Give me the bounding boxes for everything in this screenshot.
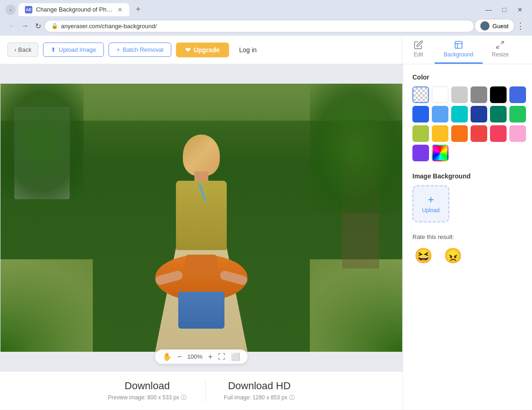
tab-background-label: Background	[444, 51, 473, 58]
background-icon	[454, 40, 463, 49]
color-swatch-orange[interactable]	[451, 125, 468, 142]
browser-tab[interactable]: AE Change Background of Phot… ✕	[18, 3, 129, 16]
emoji-angry-button[interactable]: 😠	[442, 245, 464, 266]
upload-label: Upload Image	[59, 46, 96, 53]
color-swatch-gradient[interactable]	[432, 145, 448, 161]
canvas-container[interactable]: ✋ − 100% + ⛶ ⬜	[0, 64, 403, 371]
window-maximize-button[interactable]: □	[498, 3, 511, 16]
window-minimize-button[interactable]: —	[482, 3, 495, 16]
heart-icon: ❤	[185, 46, 191, 54]
split-view-button[interactable]: ⬜	[231, 352, 240, 361]
edit-icon	[414, 40, 423, 49]
zoom-level: 100%	[187, 353, 202, 360]
address-url: anyeraser.com/change-background/	[61, 23, 467, 30]
color-swatch-lightgray[interactable]	[451, 86, 468, 103]
download-title: Download	[125, 380, 170, 392]
tab-prev-button[interactable]: ‹	[6, 5, 16, 15]
download-hd-sub: Full image: 1280 x 853 px ⓘ	[224, 394, 295, 402]
right-panel: Color	[403, 64, 532, 410]
download-section: Download Preview image: 800 x 533 px ⓘ D…	[0, 371, 403, 410]
color-grid	[412, 86, 523, 161]
guest-avatar-icon: 👤	[480, 21, 490, 31]
nav-back-button[interactable]: ←	[6, 19, 18, 32]
color-swatch-skyblue[interactable]	[432, 106, 448, 122]
address-lock-icon: 🔒	[51, 23, 58, 29]
color-swatch-purple[interactable]	[412, 145, 429, 161]
color-section: Color	[412, 73, 523, 161]
color-swatch-yellow[interactable]	[432, 125, 448, 142]
upload-bg-label: Upload	[422, 207, 440, 214]
back-button[interactable]: ‹ Back	[7, 43, 38, 57]
address-bar[interactable]: 🔒 anyeraser.com/change-background/	[44, 20, 474, 32]
download-sub: Preview image: 800 x 533 px ⓘ	[108, 394, 187, 402]
color-section-label: Color	[412, 73, 523, 81]
tab-favicon: AE	[25, 6, 32, 13]
upload-image-button[interactable]: ⬆ Upload Image	[43, 43, 104, 57]
color-swatch-darkblue[interactable]	[471, 106, 487, 122]
tab-edit-label: Edit	[414, 51, 423, 58]
download-group: Download Preview image: 800 x 533 px ⓘ	[108, 380, 187, 402]
back-label: Back	[18, 46, 31, 53]
upgrade-button[interactable]: ❤ Upgrade	[176, 43, 229, 57]
color-swatch-royalblue[interactable]	[509, 86, 526, 103]
zoom-bar: ✋ − 100% + ⛶ ⬜	[155, 349, 248, 364]
chevron-left-icon: ‹	[14, 46, 16, 53]
emoji-row: 😆 😠	[412, 245, 523, 266]
rating-label: Rate this result:	[412, 233, 523, 240]
pan-tool-button[interactable]: ✋	[163, 352, 172, 361]
login-button[interactable]: Log in	[234, 43, 262, 57]
login-label: Log in	[239, 46, 257, 54]
upload-icon: ⬆	[51, 46, 56, 53]
upload-bg-button[interactable]: + Upload	[412, 185, 449, 222]
image-bg-label: Image Background	[412, 172, 523, 180]
tab-resize-label: Resize	[492, 51, 509, 58]
color-swatch-cyan[interactable]	[451, 106, 468, 122]
guest-button[interactable]: 👤 Guest	[474, 19, 514, 33]
svg-line-1	[501, 42, 504, 44]
resize-icon	[496, 40, 505, 49]
color-swatch-rose[interactable]	[490, 125, 507, 142]
tab-background[interactable]: Background	[435, 36, 483, 64]
download-hd-title: Download HD	[228, 380, 291, 392]
svg-rect-0	[455, 42, 462, 49]
image-bg-section: Image Background + Upload	[412, 172, 523, 222]
zoom-out-button[interactable]: −	[177, 353, 181, 361]
browser-menu-button[interactable]: ⋮	[514, 19, 526, 33]
color-swatch-gray[interactable]	[471, 86, 487, 103]
color-swatch-pink[interactable]	[509, 125, 526, 142]
color-swatch-green[interactable]	[509, 106, 526, 122]
color-swatch-white[interactable]	[432, 86, 448, 103]
zoom-in-button[interactable]: +	[208, 353, 212, 361]
tab-resize[interactable]: Resize	[483, 36, 518, 64]
tab-close-button[interactable]: ✕	[117, 6, 123, 13]
svg-line-2	[497, 46, 500, 49]
batch-label: Batch Removal	[123, 46, 163, 53]
info-icon[interactable]: ⓘ	[181, 394, 187, 402]
nav-forward-button[interactable]: →	[18, 19, 31, 32]
color-swatch-black[interactable]	[490, 86, 507, 103]
color-swatch-lime[interactable]	[412, 125, 429, 142]
rating-section: Rate this result: 😆 😠	[412, 233, 523, 266]
info-hd-icon[interactable]: ⓘ	[289, 394, 295, 402]
emoji-happy-button[interactable]: 😆	[412, 245, 435, 266]
plus-icon: +	[116, 46, 120, 53]
color-swatch-blue[interactable]	[412, 106, 429, 122]
download-hd-group: Download HD Full image: 1280 x 853 px ⓘ	[224, 380, 295, 402]
upload-plus-icon: +	[428, 194, 434, 205]
upgrade-label: Upgrade	[193, 46, 220, 54]
tab-title: Change Background of Phot…	[36, 6, 114, 13]
nav-refresh-button[interactable]: ↻	[31, 19, 44, 32]
batch-removal-button[interactable]: + Batch Removal	[109, 43, 171, 57]
tab-edit[interactable]: Edit	[402, 36, 435, 64]
guest-label: Guest	[492, 23, 508, 30]
color-swatch-transparent[interactable]	[412, 86, 429, 103]
fullscreen-button[interactable]: ⛶	[218, 353, 225, 361]
image-area: ✋ − 100% + ⛶ ⬜ Download Preview image: 8…	[0, 64, 403, 410]
window-close-button[interactable]: ✕	[514, 3, 526, 16]
color-swatch-red[interactable]	[471, 125, 487, 142]
color-swatch-teal[interactable]	[490, 106, 507, 122]
new-tab-button[interactable]: +	[132, 3, 145, 16]
